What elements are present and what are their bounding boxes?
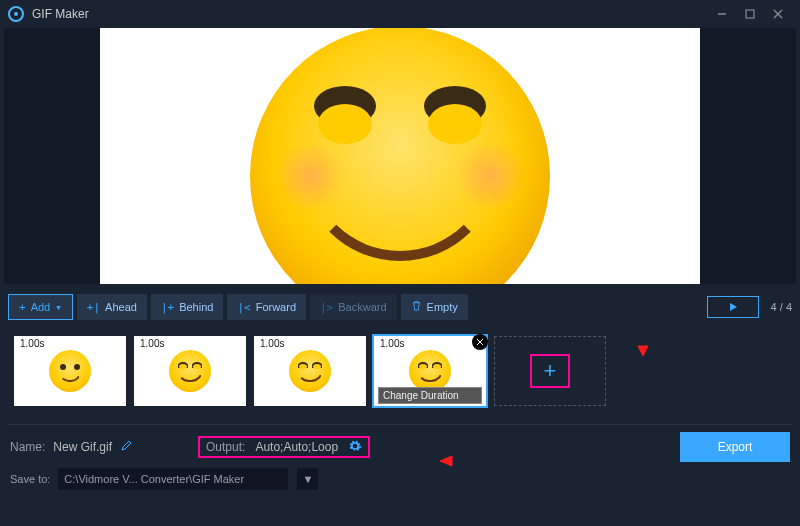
add-frame-slot[interactable]: +	[494, 336, 606, 406]
empty-label: Empty	[427, 301, 458, 313]
backward-button[interactable]: |> Backward	[310, 294, 397, 320]
behind-label: Behind	[179, 301, 213, 313]
forward-icon: |<	[237, 301, 250, 314]
frame-duration: 1.00s	[258, 338, 286, 349]
backward-label: Backward	[338, 301, 386, 313]
remove-frame-icon[interactable]	[472, 334, 488, 350]
preview-image	[250, 28, 550, 284]
titlebar: GIF Maker	[0, 0, 800, 28]
forward-button[interactable]: |< Forward	[227, 294, 306, 320]
export-button[interactable]: Export	[680, 432, 790, 462]
close-button[interactable]	[764, 4, 792, 24]
edit-name-icon[interactable]	[120, 440, 132, 455]
ahead-label: Ahead	[105, 301, 137, 313]
svg-marker-4	[730, 303, 737, 311]
plus-icon: +	[544, 358, 557, 384]
page-counter: 4 / 4	[771, 301, 792, 313]
name-label: Name:	[10, 440, 45, 454]
frame-thumb[interactable]: 1.00s	[134, 336, 246, 406]
empty-button[interactable]: Empty	[401, 294, 468, 320]
name-value: New Gif.gif	[53, 440, 112, 454]
ahead-button[interactable]: +| Ahead	[77, 294, 147, 320]
frame-thumb[interactable]: 1.00s	[254, 336, 366, 406]
ahead-icon: +|	[87, 301, 100, 314]
behind-icon: |+	[161, 301, 174, 314]
save-path-text: C:\Vidmore V... Converter\GIF Maker	[64, 473, 244, 485]
duration-tooltip: Change Duration	[378, 387, 482, 404]
divider	[8, 424, 792, 425]
name-output-row: Name: New Gif.gif Output: Auto;Auto;Loop…	[0, 429, 800, 465]
frame-duration: 1.00s	[18, 338, 46, 349]
add-frame-highlight: +	[530, 354, 570, 388]
play-button[interactable]	[707, 296, 759, 318]
backward-icon: |>	[320, 301, 333, 314]
app-logo-icon	[8, 6, 24, 22]
maximize-button[interactable]	[736, 4, 764, 24]
save-path[interactable]: C:\Vidmore V... Converter\GIF Maker	[58, 468, 288, 490]
frame-duration: 1.00s	[138, 338, 166, 349]
trash-icon	[411, 300, 422, 314]
plus-icon: +	[19, 301, 26, 314]
output-settings-highlight: Output: Auto;Auto;Loop	[198, 436, 370, 458]
add-button[interactable]: + Add ▾	[8, 294, 73, 320]
minimize-button[interactable]	[708, 4, 736, 24]
add-label: Add	[31, 301, 51, 313]
preview-canvas	[100, 28, 700, 284]
frame-toolbar: + Add ▾ +| Ahead |+ Behind |< Forward |>…	[8, 292, 792, 322]
output-value: Auto;Auto;Loop	[255, 440, 338, 454]
save-label: Save to:	[10, 473, 50, 485]
output-label: Output:	[206, 440, 245, 454]
frame-thumb-selected[interactable]: 1.00s Change Duration	[374, 336, 486, 406]
frame-thumb[interactable]: 1.00s	[14, 336, 126, 406]
window-title: GIF Maker	[32, 7, 89, 21]
save-row: Save to: C:\Vidmore V... Converter\GIF M…	[0, 465, 800, 493]
behind-button[interactable]: |+ Behind	[151, 294, 224, 320]
forward-label: Forward	[256, 301, 296, 313]
frame-strip: 1.00s 1.00s 1.00s 1.00s Change Duration …	[8, 326, 792, 416]
output-settings-icon[interactable]	[348, 439, 362, 456]
svg-rect-1	[746, 10, 754, 18]
save-path-dropdown[interactable]: ▼	[296, 468, 318, 490]
chevron-down-icon: ▾	[55, 301, 62, 314]
preview-area	[4, 28, 796, 284]
frame-duration: 1.00s	[378, 338, 406, 349]
